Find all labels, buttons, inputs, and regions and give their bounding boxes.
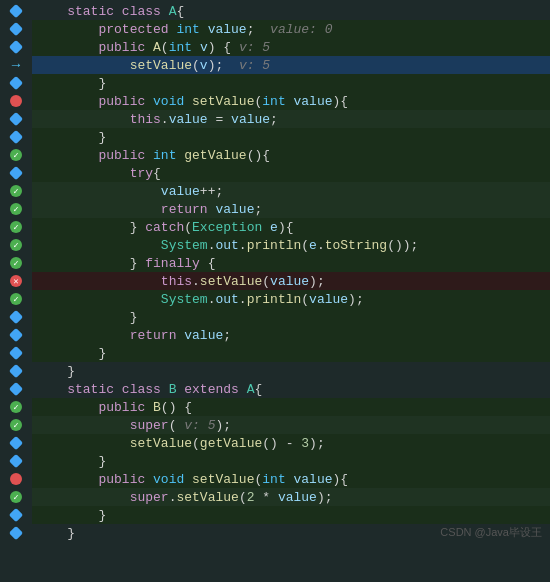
- gutter-row: [0, 74, 32, 92]
- diamond-icon: [9, 328, 23, 342]
- gutter-row: [0, 452, 32, 470]
- watermark: CSDN @Java毕设王: [440, 525, 542, 540]
- gutter-row: ✓: [0, 254, 32, 272]
- code-line: public void setValue(int value){: [32, 470, 550, 488]
- code-content: static class A{ protected int value; val…: [32, 0, 550, 544]
- diamond-icon: [9, 346, 23, 360]
- code-line: public int getValue(){: [32, 146, 550, 164]
- gutter-row: ✓: [0, 218, 32, 236]
- red-x-icon: ✕: [10, 275, 22, 287]
- code-line: public A(int v) { v: 5: [32, 38, 550, 56]
- code-line: }: [32, 308, 550, 326]
- code-line: return value;: [32, 200, 550, 218]
- code-line: protected int value; value: 0: [32, 20, 550, 38]
- code-line: public void setValue(int value){: [32, 92, 550, 110]
- gutter-row: [0, 164, 32, 182]
- code-line: System.out.println(value);: [32, 290, 550, 308]
- red-circle-icon: [10, 473, 22, 485]
- code-line: try{: [32, 164, 550, 182]
- code-line: setValue(v); v: 5: [32, 56, 550, 74]
- gutter-row: [0, 470, 32, 488]
- check-icon: ✓: [10, 491, 22, 503]
- code-line: setValue(getValue() - 3);: [32, 434, 550, 452]
- diamond-icon: [9, 76, 23, 90]
- gutter-row: [0, 344, 32, 362]
- gutter-row: [0, 362, 32, 380]
- code-line: }: [32, 506, 550, 524]
- red-circle-icon: [10, 95, 22, 107]
- code-line: return value;: [32, 326, 550, 344]
- code-line: }: [32, 128, 550, 146]
- code-line: this.value = value;: [32, 110, 550, 128]
- check-icon: ✓: [10, 401, 22, 413]
- check-icon: ✓: [10, 149, 22, 161]
- diamond-icon: [9, 130, 23, 144]
- code-line: } catch(Exception e){: [32, 218, 550, 236]
- gutter-row: ✓: [0, 182, 32, 200]
- gutter-row: [0, 308, 32, 326]
- gutter-row: [0, 380, 32, 398]
- gutter-row: →: [0, 56, 32, 74]
- gutter-row: ✓: [0, 488, 32, 506]
- gutter-column: →✓✓✓✓✓✓✕✓✓✓✓: [0, 0, 32, 544]
- gutter-row: [0, 20, 32, 38]
- diamond-icon: [9, 40, 23, 54]
- check-icon: ✓: [10, 419, 22, 431]
- code-line: System.out.println(e.toString());: [32, 236, 550, 254]
- gutter-row: ✓: [0, 290, 32, 308]
- gutter-row: [0, 524, 32, 542]
- gutter-row: [0, 38, 32, 56]
- check-icon: ✓: [10, 239, 22, 251]
- code-line: }: [32, 362, 550, 380]
- diamond-icon: [9, 436, 23, 450]
- code-line: } finally {: [32, 254, 550, 272]
- diamond-icon: [9, 382, 23, 396]
- diamond-icon: [9, 364, 23, 378]
- gutter-row: [0, 2, 32, 20]
- diamond-icon: [9, 454, 23, 468]
- check-icon: ✓: [10, 221, 22, 233]
- gutter-row: [0, 506, 32, 524]
- gutter-row: [0, 326, 32, 344]
- gutter-row: [0, 434, 32, 452]
- code-line: }: [32, 452, 550, 470]
- diamond-icon: [9, 166, 23, 180]
- gutter-row: [0, 128, 32, 146]
- check-icon: ✓: [10, 185, 22, 197]
- gutter-row: ✓: [0, 236, 32, 254]
- diamond-icon: [9, 310, 23, 324]
- gutter-row: ✓: [0, 200, 32, 218]
- diamond-icon: [9, 4, 23, 18]
- arrow-icon: →: [10, 59, 22, 71]
- diamond-icon: [9, 508, 23, 522]
- code-line: static class B extends A{: [32, 380, 550, 398]
- check-icon: ✓: [10, 293, 22, 305]
- code-line: static class A{: [32, 2, 550, 20]
- code-line: this.setValue(value);: [32, 272, 550, 290]
- diamond-icon: [9, 22, 23, 36]
- diamond-icon: [9, 526, 23, 540]
- code-line: value++;: [32, 182, 550, 200]
- gutter-row: ✓: [0, 146, 32, 164]
- diamond-icon: [9, 112, 23, 126]
- check-icon: ✓: [10, 257, 22, 269]
- gutter-row: ✕: [0, 272, 32, 290]
- gutter-row: [0, 92, 32, 110]
- code-line: }: [32, 344, 550, 362]
- gutter-row: [0, 110, 32, 128]
- gutter-row: ✓: [0, 416, 32, 434]
- code-line: super( v: 5);: [32, 416, 550, 434]
- code-line: public B() {: [32, 398, 550, 416]
- code-line: super.setValue(2 * value);: [32, 488, 550, 506]
- code-editor: →✓✓✓✓✓✓✕✓✓✓✓ static class A{ protected i…: [0, 0, 550, 544]
- code-line: }: [32, 74, 550, 92]
- check-icon: ✓: [10, 203, 22, 215]
- gutter-row: ✓: [0, 398, 32, 416]
